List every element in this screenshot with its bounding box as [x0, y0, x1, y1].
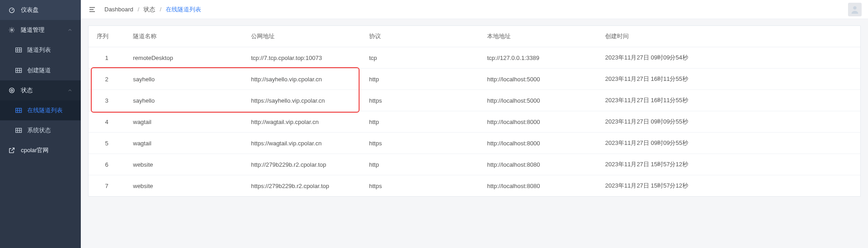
- cell-url: http://wagtail.vip.cpolar.cn: [243, 111, 361, 133]
- sidebar-item-label: 隧道列表: [27, 46, 51, 54]
- sidebar-item-tunnel-create[interactable]: 创建隧道: [0, 60, 81, 80]
- cell-name: sayhello: [125, 90, 243, 111]
- cell-url: https://279b229b.r2.cpolar.top: [243, 175, 361, 197]
- table-icon: [15, 128, 22, 133]
- cell-name: wagtail: [125, 111, 243, 133]
- target-icon: [8, 87, 15, 94]
- tunnel-list-card: 序列 隧道名称 公网地址 协议 本地地址 创建时间 1remoteDesktop…: [88, 25, 861, 197]
- cell-seq: 1: [89, 47, 125, 69]
- cell-local: http://localhost:8080: [479, 154, 597, 175]
- chevron-up-icon: [67, 88, 73, 93]
- cell-local: http://localhost:8080: [479, 175, 597, 197]
- cell-seq: 4: [89, 111, 125, 133]
- sidebar-item-online-tunnels[interactable]: 在线隧道列表: [0, 100, 81, 120]
- cell-seq: 7: [89, 175, 125, 197]
- col-header-url: 公网地址: [243, 26, 361, 47]
- sidebar: 仪表盘 隧道管理 隧道列表 创建隧道 状态 在线隧道列表: [0, 0, 81, 248]
- table-row: 1remoteDesktoptcp://7.tcp.cpolar.top:100…: [89, 47, 860, 69]
- cell-seq: 3: [89, 90, 125, 111]
- cell-name: remoteDesktop: [125, 47, 243, 69]
- cell-time: 2023年11月27日 15时57分12秒: [597, 154, 860, 175]
- cell-url: https://wagtail.vip.cpolar.cn: [243, 133, 361, 154]
- cell-seq: 5: [89, 133, 125, 154]
- cell-time: 2023年11月27日 09时09分55秒: [597, 133, 860, 154]
- sidebar-item-system-status[interactable]: 系统状态: [0, 120, 81, 140]
- cell-proto: https: [361, 175, 479, 197]
- svg-point-23: [853, 6, 856, 9]
- content: 序列 隧道名称 公网地址 协议 本地地址 创建时间 1remoteDesktop…: [81, 19, 868, 203]
- cell-time: 2023年11月27日 15时57分12秒: [597, 175, 860, 197]
- topbar: Dashboard / 状态 / 在线隧道列表: [81, 0, 868, 19]
- chevron-up-icon: [67, 27, 73, 33]
- svg-point-11: [11, 89, 13, 91]
- cell-name: sayhello: [125, 69, 243, 90]
- table-header-row: 序列 隧道名称 公网地址 协议 本地地址 创建时间: [89, 26, 860, 47]
- cell-proto: https: [361, 133, 479, 154]
- sidebar-item-dashboard[interactable]: 仪表盘: [0, 0, 81, 20]
- breadcrumb-dashboard[interactable]: Dashboard: [104, 6, 133, 13]
- svg-point-10: [10, 88, 15, 93]
- cell-proto: tcp: [361, 47, 479, 69]
- cell-seq: 6: [89, 154, 125, 175]
- table-row: 7websitehttps://279b229b.r2.cpolar.topht…: [89, 175, 860, 197]
- sidebar-item-label: 系统状态: [27, 126, 51, 134]
- gear-icon: [8, 26, 15, 34]
- cell-url: http://sayhello.vip.cpolar.cn: [243, 69, 361, 90]
- sidebar-item-label: 创建隧道: [27, 66, 51, 74]
- breadcrumb-sep: /: [138, 6, 139, 13]
- table-icon: [15, 47, 22, 53]
- sidebar-item-label: 状态: [21, 86, 33, 94]
- cell-time: 2023年11月27日 09时09分55秒: [597, 111, 860, 133]
- col-header-local: 本地地址: [479, 26, 597, 47]
- cell-time: 2023年11月27日 16时11分55秒: [597, 90, 860, 111]
- sidebar-item-tunnel-mgmt[interactable]: 隧道管理: [0, 20, 81, 40]
- breadcrumb-status[interactable]: 状态: [143, 6, 155, 13]
- cell-name: website: [125, 175, 243, 197]
- svg-point-1: [11, 29, 13, 31]
- table-icon: [15, 68, 22, 73]
- table-icon: [15, 108, 22, 113]
- sidebar-item-tunnel-list[interactable]: 隧道列表: [0, 40, 81, 60]
- breadcrumb-current: 在线隧道列表: [166, 6, 201, 13]
- svg-point-0: [10, 8, 15, 13]
- breadcrumb-sep: /: [160, 6, 162, 13]
- sidebar-item-cpolar-site[interactable]: cpolar官网: [0, 140, 81, 160]
- cell-name: wagtail: [125, 133, 243, 154]
- col-header-proto: 协议: [361, 26, 479, 47]
- main: Dashboard / 状态 / 在线隧道列表 序列 隧道名称 公网地址 协议 …: [81, 0, 868, 248]
- breadcrumb: Dashboard / 状态 / 在线隧道列表: [104, 5, 201, 14]
- col-header-name: 隧道名称: [125, 26, 243, 47]
- cell-local: tcp://127.0.0.1:3389: [479, 47, 597, 69]
- cell-time: 2023年11月27日 09时09分54秒: [597, 47, 860, 69]
- sidebar-item-label: 仪表盘: [21, 6, 39, 14]
- cell-local: http://localhost:8000: [479, 111, 597, 133]
- cell-proto: https: [361, 90, 479, 111]
- cell-url: https://sayhello.vip.cpolar.cn: [243, 90, 361, 111]
- cell-proto: http: [361, 111, 479, 133]
- cell-seq: 2: [89, 69, 125, 90]
- table-row: 5wagtailhttps://wagtail.vip.cpolar.cnhtt…: [89, 133, 860, 154]
- cell-local: http://localhost:5000: [479, 69, 597, 90]
- external-link-icon: [8, 147, 15, 154]
- cell-url: tcp://7.tcp.cpolar.top:10073: [243, 47, 361, 69]
- cell-url: http://279b229b.r2.cpolar.top: [243, 154, 361, 175]
- avatar[interactable]: [848, 3, 862, 16]
- menu-toggle-button[interactable]: [87, 5, 97, 15]
- table-row: 3sayhellohttps://sayhello.vip.cpolar.cnh…: [89, 90, 860, 111]
- sidebar-item-label: 隧道管理: [21, 26, 44, 34]
- table-row: 2sayhellohttp://sayhello.vip.cpolar.cnht…: [89, 69, 860, 90]
- cell-local: http://localhost:5000: [479, 90, 597, 111]
- cell-time: 2023年11月27日 16时11分55秒: [597, 69, 860, 90]
- cell-proto: http: [361, 154, 479, 175]
- sidebar-item-status[interactable]: 状态: [0, 80, 81, 100]
- cell-proto: http: [361, 69, 479, 90]
- cell-local: http://localhost:8000: [479, 133, 597, 154]
- sidebar-item-label: cpolar官网: [21, 146, 49, 154]
- tunnel-table: 序列 隧道名称 公网地址 协议 本地地址 创建时间 1remoteDesktop…: [89, 26, 860, 196]
- col-header-time: 创建时间: [597, 26, 860, 47]
- gauge-icon: [8, 6, 15, 14]
- table-row: 6websitehttp://279b229b.r2.cpolar.tophtt…: [89, 154, 860, 175]
- sidebar-item-label: 在线隧道列表: [27, 106, 63, 114]
- col-header-seq: 序列: [89, 26, 125, 47]
- cell-name: website: [125, 154, 243, 175]
